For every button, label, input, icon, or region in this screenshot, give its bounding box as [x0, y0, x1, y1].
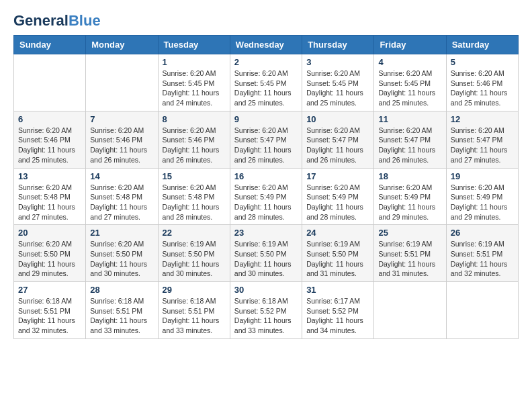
day-number: 11	[378, 114, 441, 124]
calendar-day-cell: 15Sunrise: 6:20 AM Sunset: 5:48 PM Dayli…	[158, 168, 230, 225]
calendar-day-cell: 9Sunrise: 6:20 AM Sunset: 5:47 PM Daylig…	[230, 111, 302, 168]
day-number: 25	[378, 228, 441, 238]
day-info: Sunrise: 6:20 AM Sunset: 5:46 PM Dayligh…	[451, 68, 514, 108]
day-info: Sunrise: 6:18 AM Sunset: 5:52 PM Dayligh…	[234, 296, 298, 336]
day-info: Sunrise: 6:19 AM Sunset: 5:50 PM Dayligh…	[306, 239, 369, 279]
day-info: Sunrise: 6:20 AM Sunset: 5:49 PM Dayligh…	[234, 183, 298, 222]
calendar-day-cell: 3Sunrise: 6:20 AM Sunset: 5:45 PM Daylig…	[302, 54, 374, 111]
day-number: 18	[378, 171, 441, 181]
calendar-day-cell: 2Sunrise: 6:20 AM Sunset: 5:45 PM Daylig…	[230, 54, 302, 111]
calendar-day-cell: 1Sunrise: 6:20 AM Sunset: 5:45 PM Daylig…	[158, 54, 230, 111]
day-number: 16	[234, 171, 298, 181]
calendar-day-cell: 30Sunrise: 6:18 AM Sunset: 5:52 PM Dayli…	[230, 282, 302, 339]
calendar-day-cell	[14, 54, 86, 111]
day-info: Sunrise: 6:20 AM Sunset: 5:49 PM Dayligh…	[306, 183, 369, 222]
day-number: 10	[306, 114, 369, 124]
day-info: Sunrise: 6:18 AM Sunset: 5:51 PM Dayligh…	[163, 296, 226, 336]
day-number: 13	[18, 171, 81, 181]
day-info: Sunrise: 6:17 AM Sunset: 5:52 PM Dayligh…	[306, 296, 369, 336]
day-number: 29	[163, 285, 226, 295]
day-info: Sunrise: 6:20 AM Sunset: 5:47 PM Dayligh…	[451, 126, 514, 165]
calendar-header-row: SundayMondayTuesdayWednesdayThursdayFrid…	[14, 36, 519, 54]
calendar-day-cell: 5Sunrise: 6:20 AM Sunset: 5:46 PM Daylig…	[446, 54, 518, 111]
calendar-day-cell: 20Sunrise: 6:20 AM Sunset: 5:50 PM Dayli…	[14, 225, 86, 282]
day-number: 30	[234, 285, 298, 295]
calendar-day-cell: 25Sunrise: 6:19 AM Sunset: 5:51 PM Dayli…	[374, 225, 446, 282]
day-info: Sunrise: 6:20 AM Sunset: 5:50 PM Dayligh…	[90, 239, 153, 279]
calendar-day-cell: 7Sunrise: 6:20 AM Sunset: 5:46 PM Daylig…	[86, 111, 158, 168]
calendar-day-cell	[446, 282, 518, 339]
logo: GeneralBlue	[13, 13, 101, 28]
day-info: Sunrise: 6:19 AM Sunset: 5:51 PM Dayligh…	[451, 239, 514, 279]
day-info: Sunrise: 6:20 AM Sunset: 5:46 PM Dayligh…	[163, 126, 226, 165]
calendar-day-cell: 17Sunrise: 6:20 AM Sunset: 5:49 PM Dayli…	[302, 168, 374, 225]
day-number: 15	[163, 171, 226, 181]
calendar-day-cell: 26Sunrise: 6:19 AM Sunset: 5:51 PM Dayli…	[446, 225, 518, 282]
calendar-day-cell: 29Sunrise: 6:18 AM Sunset: 5:51 PM Dayli…	[158, 282, 230, 339]
day-info: Sunrise: 6:20 AM Sunset: 5:47 PM Dayligh…	[378, 126, 441, 165]
calendar-day-cell: 4Sunrise: 6:20 AM Sunset: 5:45 PM Daylig…	[374, 54, 446, 111]
calendar-day-cell	[86, 54, 158, 111]
logo-text: GeneralBlue	[13, 13, 101, 28]
day-number: 3	[306, 57, 369, 67]
day-info: Sunrise: 6:20 AM Sunset: 5:49 PM Dayligh…	[451, 183, 514, 222]
calendar-week-row: 27Sunrise: 6:18 AM Sunset: 5:51 PM Dayli…	[14, 282, 519, 339]
weekday-header-thursday: Thursday	[302, 36, 374, 54]
calendar-day-cell: 31Sunrise: 6:17 AM Sunset: 5:52 PM Dayli…	[302, 282, 374, 339]
day-number: 23	[234, 228, 298, 238]
day-number: 1	[163, 57, 226, 67]
day-number: 12	[451, 114, 514, 124]
day-info: Sunrise: 6:19 AM Sunset: 5:50 PM Dayligh…	[234, 239, 298, 279]
day-info: Sunrise: 6:20 AM Sunset: 5:46 PM Dayligh…	[90, 126, 153, 165]
weekday-header-wednesday: Wednesday	[230, 36, 302, 54]
weekday-header-sunday: Sunday	[14, 36, 86, 54]
calendar-day-cell: 19Sunrise: 6:20 AM Sunset: 5:49 PM Dayli…	[446, 168, 518, 225]
day-number: 7	[90, 114, 153, 124]
day-number: 5	[451, 57, 514, 67]
calendar-week-row: 20Sunrise: 6:20 AM Sunset: 5:50 PM Dayli…	[14, 225, 519, 282]
calendar-week-row: 6Sunrise: 6:20 AM Sunset: 5:46 PM Daylig…	[14, 111, 519, 168]
day-number: 14	[90, 171, 153, 181]
day-number: 22	[163, 228, 226, 238]
day-number: 26	[451, 228, 514, 238]
calendar-day-cell: 18Sunrise: 6:20 AM Sunset: 5:49 PM Dayli…	[374, 168, 446, 225]
day-number: 27	[18, 285, 81, 295]
day-number: 17	[306, 171, 369, 181]
weekday-header-tuesday: Tuesday	[158, 36, 230, 54]
day-number: 4	[378, 57, 441, 67]
day-number: 28	[90, 285, 153, 295]
day-number: 8	[163, 114, 226, 124]
calendar-day-cell: 24Sunrise: 6:19 AM Sunset: 5:50 PM Dayli…	[302, 225, 374, 282]
day-number: 9	[234, 114, 298, 124]
calendar-day-cell: 23Sunrise: 6:19 AM Sunset: 5:50 PM Dayli…	[230, 225, 302, 282]
calendar-day-cell: 11Sunrise: 6:20 AM Sunset: 5:47 PM Dayli…	[374, 111, 446, 168]
day-info: Sunrise: 6:20 AM Sunset: 5:49 PM Dayligh…	[378, 183, 441, 222]
calendar-day-cell: 27Sunrise: 6:18 AM Sunset: 5:51 PM Dayli…	[14, 282, 86, 339]
calendar-day-cell: 21Sunrise: 6:20 AM Sunset: 5:50 PM Dayli…	[86, 225, 158, 282]
day-info: Sunrise: 6:20 AM Sunset: 5:45 PM Dayligh…	[234, 68, 298, 108]
day-number: 6	[18, 114, 81, 124]
calendar-day-cell: 8Sunrise: 6:20 AM Sunset: 5:46 PM Daylig…	[158, 111, 230, 168]
day-info: Sunrise: 6:20 AM Sunset: 5:47 PM Dayligh…	[234, 126, 298, 165]
calendar-day-cell: 16Sunrise: 6:20 AM Sunset: 5:49 PM Dayli…	[230, 168, 302, 225]
calendar-day-cell: 13Sunrise: 6:20 AM Sunset: 5:48 PM Dayli…	[14, 168, 86, 225]
day-info: Sunrise: 6:20 AM Sunset: 5:50 PM Dayligh…	[18, 239, 81, 279]
day-info: Sunrise: 6:20 AM Sunset: 5:48 PM Dayligh…	[163, 183, 226, 222]
day-info: Sunrise: 6:20 AM Sunset: 5:48 PM Dayligh…	[18, 183, 81, 222]
calendar-week-row: 13Sunrise: 6:20 AM Sunset: 5:48 PM Dayli…	[14, 168, 519, 225]
weekday-header-friday: Friday	[374, 36, 446, 54]
calendar-day-cell: 10Sunrise: 6:20 AM Sunset: 5:47 PM Dayli…	[302, 111, 374, 168]
day-info: Sunrise: 6:20 AM Sunset: 5:45 PM Dayligh…	[306, 68, 369, 108]
day-info: Sunrise: 6:20 AM Sunset: 5:45 PM Dayligh…	[378, 68, 441, 108]
day-number: 21	[90, 228, 153, 238]
day-info: Sunrise: 6:20 AM Sunset: 5:48 PM Dayligh…	[90, 183, 153, 222]
day-info: Sunrise: 6:18 AM Sunset: 5:51 PM Dayligh…	[90, 296, 153, 336]
calendar-day-cell: 14Sunrise: 6:20 AM Sunset: 5:48 PM Dayli…	[86, 168, 158, 225]
calendar-day-cell	[374, 282, 446, 339]
day-info: Sunrise: 6:18 AM Sunset: 5:51 PM Dayligh…	[18, 296, 81, 336]
calendar-day-cell: 28Sunrise: 6:18 AM Sunset: 5:51 PM Dayli…	[86, 282, 158, 339]
calendar-week-row: 1Sunrise: 6:20 AM Sunset: 5:45 PM Daylig…	[14, 54, 519, 111]
calendar-day-cell: 12Sunrise: 6:20 AM Sunset: 5:47 PM Dayli…	[446, 111, 518, 168]
weekday-header-saturday: Saturday	[446, 36, 518, 54]
day-info: Sunrise: 6:20 AM Sunset: 5:46 PM Dayligh…	[18, 126, 81, 165]
